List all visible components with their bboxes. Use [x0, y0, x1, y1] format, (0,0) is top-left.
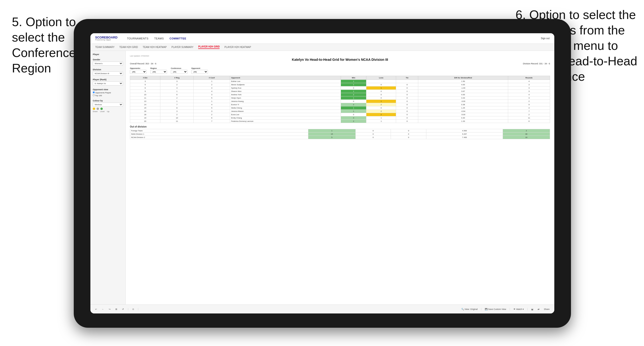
- gender-select[interactable]: Women's: [93, 61, 123, 66]
- cell-loss: 1: [366, 100, 396, 103]
- cell-opponent: Esther Lee: [230, 80, 341, 83]
- cell-rounds: 4: [508, 106, 550, 110]
- opponents-filter-select[interactable]: (All): [130, 70, 146, 74]
- main-data-table: # Div # Reg # Conf Opponent Win Loss Tie…: [130, 76, 550, 123]
- out-of-division-table: Foreign Team 1 0 0 4.500 2 NAIA Division…: [130, 129, 550, 139]
- ood-opponent: Foreign Team: [130, 129, 308, 133]
- cell-opponent: Stella Cheng: [230, 106, 341, 110]
- opponent-view-section: Opponent view Opponents Played Top 100: [93, 88, 123, 97]
- cell-div: 13: [130, 100, 160, 103]
- table-row: 19 10 6 Emily Chang 4 1 0 0.30 11: [130, 116, 550, 120]
- toolbar-save-custom[interactable]: 💾 Save Custom View: [484, 308, 507, 311]
- sub-nav-team-summary[interactable]: TEAM SUMMARY: [95, 46, 115, 48]
- cell-opponent: Jessica Mason: [230, 110, 341, 113]
- cell-rounds: 7: [508, 110, 550, 113]
- colour-by-label: Colour by: [93, 100, 123, 102]
- cell-opponent: Emily Chang: [230, 116, 341, 120]
- division-section: Division NCAA Division III: [93, 68, 123, 76]
- nav-tournaments[interactable]: TOURNAMENTS: [127, 37, 148, 40]
- cell-reg: 8: [160, 106, 194, 110]
- toolbar-view-original[interactable]: 🔍 View: Original: [460, 308, 479, 311]
- up-dot: [100, 108, 103, 110]
- player-rank-select[interactable]: 8. Katelyn Vo: [93, 81, 123, 85]
- cell-win: 2: [341, 93, 366, 96]
- player-section: Player: [93, 53, 123, 56]
- nav-sign-out[interactable]: Sign out: [541, 37, 550, 40]
- toolbar-back[interactable]: ←: [101, 308, 105, 311]
- toolbar-reset[interactable]: ↺: [121, 308, 125, 311]
- sub-nav-team-h2h-heatmap[interactable]: TEAM H2H HEATMAP: [143, 46, 167, 48]
- toolbar-undo[interactable]: ↩: [94, 308, 98, 311]
- sub-nav-player-h2h-grid[interactable]: PLAYER H2H GRID: [198, 45, 220, 49]
- cell-tie: 0: [396, 106, 418, 110]
- colour-by-select[interactable]: Win/loss: [93, 103, 123, 107]
- down-dot: [93, 108, 95, 110]
- toolbar-swap[interactable]: ⇄: [537, 308, 540, 311]
- conference-filter-select[interactable]: (All): [171, 70, 188, 74]
- cell-diff: 1.50: [418, 80, 508, 83]
- toolbar-sep3: |: [481, 308, 482, 310]
- ood-opponent: NCAA Division 2: [130, 136, 308, 139]
- sub-nav-player-summary[interactable]: PLAYER SUMMARY: [172, 46, 194, 48]
- cell-div: 20: [130, 120, 160, 123]
- cell-diff: -3.00: [418, 100, 508, 103]
- toolbar-grid[interactable]: ⊞: [114, 308, 118, 311]
- ood-tie: 0: [391, 129, 426, 133]
- ood-table-row: NAIA Division 1 15 0 0 9.267 30: [130, 133, 550, 136]
- opponents-filter-group: Opponents: (All): [130, 67, 146, 74]
- ood-loss: 0: [356, 129, 391, 133]
- opponents-played-radio[interactable]: Opponents Played: [93, 91, 123, 94]
- cell-reg: 11: [160, 120, 194, 123]
- table-row: 14 7 4 Eunice Yi 2 2 0 0.38 9: [130, 103, 550, 106]
- sub-nav-team-h2h-grid[interactable]: TEAM H2H GRID: [120, 46, 138, 48]
- toolbar-clock[interactable]: ⊙: [131, 308, 135, 311]
- cell-opponent: Andrea York: [230, 93, 341, 96]
- cell-opponent: Alexis Sudjianto: [230, 83, 341, 86]
- cell-tie: 0: [396, 93, 418, 96]
- cell-win: 1: [341, 80, 366, 83]
- ood-opponent: NAIA Division 1: [130, 133, 308, 136]
- main-content: Player Gender Women's Division NCAA Divi…: [90, 51, 554, 305]
- toolbar-redo[interactable]: ↪: [108, 308, 112, 311]
- nav-teams[interactable]: TEAMS: [154, 37, 164, 40]
- cell-loss: 0: [366, 83, 396, 86]
- opponent-filter-select[interactable]: (All): [191, 70, 208, 74]
- ood-diff: 4.500: [426, 129, 503, 133]
- cell-win: 1: [341, 110, 366, 113]
- region-filter-select[interactable]: (All): [150, 70, 167, 74]
- nav-items: TOURNAMENTS TEAMS COMMITTEE: [127, 37, 186, 40]
- cell-win: 1: [341, 90, 366, 93]
- cell-diff: 1.33: [418, 120, 508, 123]
- col-opponent: Opponent: [230, 76, 341, 80]
- region-filter-label: Region: [150, 67, 167, 69]
- up-label: Up: [107, 110, 110, 113]
- cell-win: 1: [341, 83, 366, 86]
- player-rank-section: Player (Rank) 8. Katelyn Vo: [93, 78, 123, 85]
- nav-committee[interactable]: COMMITTEE: [170, 37, 186, 40]
- ood-tie: 0: [391, 133, 426, 136]
- top-100-radio[interactable]: Top 100: [93, 94, 123, 97]
- cell-rounds: 3: [508, 86, 550, 90]
- sidebar: Player Gender Women's Division NCAA Divi…: [90, 51, 126, 305]
- cell-div: 18: [130, 113, 160, 116]
- player-label: Player: [93, 53, 123, 56]
- toolbar-watch[interactable]: 👁 Watch ▾: [512, 308, 525, 311]
- cell-opponent: Sharon Mun: [230, 90, 341, 93]
- table-row: 11 2 5 Heejo Hyun 1 0 0 3.33 3: [130, 96, 550, 100]
- cell-rounds: 3: [508, 83, 550, 86]
- gender-section: Gender Women's: [93, 58, 123, 66]
- cell-div: 15: [130, 106, 160, 110]
- sub-nav-player-h2h-heatmap[interactable]: PLAYER H2H HEATMAP: [224, 46, 251, 48]
- player-rank-label: Player (Rank): [93, 78, 123, 81]
- cell-opponent: Federica Domecq Lacroze: [230, 120, 341, 123]
- cell-tie: 0: [396, 120, 418, 123]
- division-select[interactable]: NCAA Division III: [93, 71, 123, 76]
- toolbar-sep1: |: [128, 308, 128, 310]
- toolbar-share[interactable]: Share: [543, 308, 550, 311]
- cell-reg: 2: [160, 113, 194, 116]
- cell-tie: 0: [396, 83, 418, 86]
- toolbar-layout[interactable]: ⬓: [530, 308, 534, 311]
- cell-opponent: Sydney Kuo: [230, 86, 341, 90]
- out-of-division-header: Out of division: [130, 125, 550, 128]
- cell-conf: 4: [194, 90, 230, 93]
